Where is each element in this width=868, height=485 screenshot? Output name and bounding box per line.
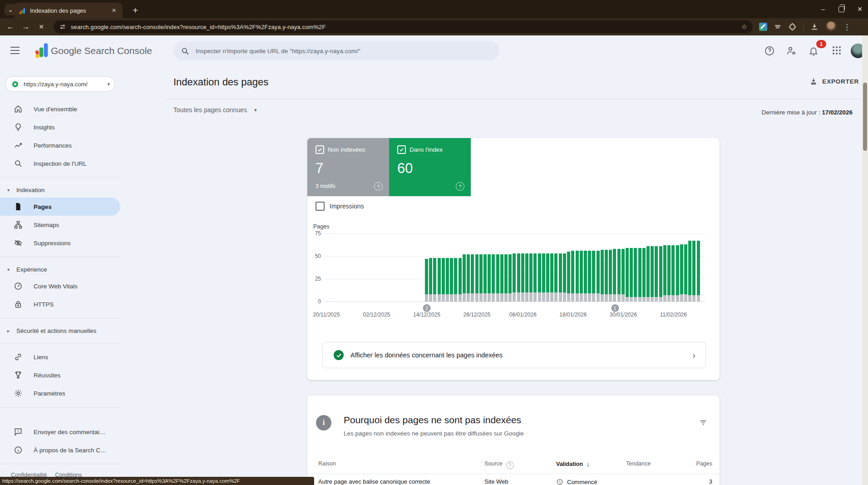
bar-indexed [680,244,683,294]
browser-menu-kebab-icon[interactable]: ⋮ [843,22,851,32]
help-icon[interactable]: ? [456,182,464,191]
help-icon[interactable]: ? [506,461,514,469]
bar-not-indexed [580,293,583,302]
bar-indexed [546,253,549,292]
url-inspect-search[interactable] [173,41,499,60]
sidebar-item-feedback[interactable]: Envoyer des commentai… [0,423,120,441]
sidebar-group-indexation[interactable]: ▾ Indexation [0,182,120,198]
bar-not-indexed [642,297,646,302]
bar-indexed [513,253,516,292]
export-button[interactable]: EXPORTER [809,77,859,85]
row-raison[interactable]: Autre page avec balise canonique correct… [318,478,430,485]
bar-not-indexed [433,294,436,302]
extensions-puzzle-icon[interactable] [788,23,797,31]
bar-indexed [459,258,462,294]
chart-marker[interactable]: 1 [611,304,619,312]
bar-indexed [450,258,453,294]
back-icon[interactable]: ← [3,22,18,31]
sidebar-item-parametres[interactable]: Paramètres [0,384,120,402]
bar-not-indexed [688,295,691,302]
help-icon[interactable]: ? [374,182,383,191]
bar-not-indexed [425,294,428,302]
bar-indexed [688,241,691,295]
bookmark-star-icon[interactable]: ☆ [741,23,747,31]
bar-indexed [671,245,675,295]
stop-reload-icon[interactable]: ✕ [34,23,49,30]
sidebar-item-core-web-vitals[interactable]: Core Web Vitals [0,277,120,295]
property-url: https://zaya.y-naya.com/ [24,81,105,88]
section-subtitle: Les pages non indexées ne peuvent pas êt… [344,430,524,437]
property-selector[interactable]: https://zaya.y-naya.com/ ▾ [5,76,115,92]
bar-not-indexed [626,297,629,302]
info-icon [14,445,23,455]
bar-not-indexed [429,294,432,302]
sidebar-item-sitemaps[interactable]: Sitemaps [0,216,120,234]
url-inspect-input[interactable] [195,47,478,55]
sidebar-item-pages[interactable]: Pages [0,198,120,216]
bar-indexed [475,254,478,293]
sidebar-item-reussites[interactable]: Réussites [0,366,120,384]
column-header-source[interactable]: Source? [484,460,514,469]
browser-chrome: ⌄ Indexation des pages ✕ + – ✕ ← → ✕ sea… [0,0,868,35]
impressions-checkbox[interactable] [316,202,325,211]
forward-icon[interactable]: → [18,22,34,31]
sidebar-group-experience[interactable]: ▾ Expérience [0,262,120,277]
bar-not-indexed [588,293,591,302]
page-scrollbar[interactable] [862,35,868,485]
indexed-chip[interactable]: Dans l'index 60 ? [389,138,471,196]
downloads-icon[interactable] [810,22,819,31]
row-source: Site Web [484,478,508,485]
view-indexed-data-banner[interactable]: Afficher les données concernant les page… [322,342,706,368]
sidebar-item-suppressions[interactable]: Suppressions [0,234,120,252]
filter-funnel-icon[interactable] [699,418,708,427]
bar-not-indexed [467,293,470,302]
not-indexed-chip[interactable]: Non indexées 7 3 motifs ? [307,138,389,196]
bar-indexed [684,244,687,294]
extension-icon-1[interactable] [759,23,767,31]
scrollbar-thumb[interactable] [863,83,867,151]
sidebar-item-insights[interactable]: Insights [0,118,120,136]
bar-indexed [563,253,566,292]
help-icon[interactable] [764,45,775,56]
bar-not-indexed [471,293,474,302]
window-close-icon[interactable]: ✕ [856,5,863,13]
new-tab-button[interactable]: + [129,4,142,17]
sidebar-item-liens[interactable]: Liens [0,348,120,366]
sidebar-item-vue-densemble[interactable]: Vue d'ensemble [0,100,120,118]
browser-profile-avatar[interactable] [825,21,837,33]
google-apps-grid-icon[interactable] [832,45,843,56]
window-minimize-icon[interactable]: – [819,5,827,13]
sidebar-item-inspection-url[interactable]: Inspection de l'URL [0,154,120,173]
browser-tab[interactable]: Indexation des pages ✕ [15,3,123,18]
url-bar[interactable]: search.google.com/search-console/index?r… [54,20,753,33]
pages-filter-dropdown[interactable]: Toutes les pages connues ▾ [173,106,256,114]
column-header-pages[interactable]: Pages [696,460,712,467]
tab-close-icon[interactable]: ✕ [110,6,118,15]
sidebar-item-performances[interactable]: Performances [0,136,120,154]
not-indexed-checkbox[interactable] [316,145,324,154]
user-settings-icon[interactable] [786,45,797,56]
sidebar-item-about[interactable]: À propos de la Search C… [0,441,120,459]
bar-not-indexed [584,293,587,302]
impressions-toggle[interactable]: Impressions [316,202,364,211]
y-tick-label: 50 [307,253,321,259]
tab-title: Indexation des pages [30,7,110,14]
hamburger-menu-icon[interactable] [10,46,20,54]
extension-icon-2[interactable] [774,23,782,31]
bar-not-indexed [546,292,549,302]
column-header-raison[interactable]: Raison [318,460,336,467]
sidebar-item-https[interactable]: HTTPS [0,295,120,313]
indexed-checkbox[interactable] [397,145,406,154]
bar-not-indexed [609,294,612,302]
last-update: Dernière mise à jour : 17/02/2026 [762,109,853,116]
column-header-validation[interactable]: Validation↓ [556,460,590,468]
bar-not-indexed [605,294,608,302]
chart-marker[interactable]: 2 [423,304,431,312]
sidebar-divider [0,318,120,318]
column-header-tendance[interactable]: Tendance [626,460,651,467]
bar-indexed [634,248,637,297]
window-restore-icon[interactable] [838,6,844,12]
bar-not-indexed [651,297,654,302]
sidebar-group-securite[interactable]: ▸ Sécurité et actions manuelles [0,323,120,338]
site-settings-tune-icon[interactable] [59,23,66,30]
